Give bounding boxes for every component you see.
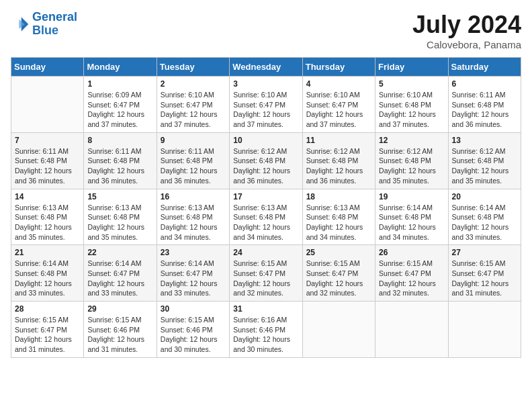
day-cell: 26Sunrise: 6:15 AMSunset: 6:47 PMDayligh…	[375, 245, 448, 302]
day-info: Sunrise: 6:13 AMSunset: 6:48 PMDaylight:…	[87, 203, 152, 242]
day-info: Sunrise: 6:09 AMSunset: 6:47 PMDaylight:…	[87, 90, 152, 130]
day-number: 9	[161, 136, 226, 145]
day-cell: 4Sunrise: 6:10 AMSunset: 6:47 PMDaylight…	[302, 77, 375, 133]
day-number: 28	[15, 304, 80, 314]
day-info: Sunrise: 6:12 AMSunset: 6:48 PMDaylight:…	[233, 146, 298, 186]
day-cell	[302, 302, 375, 358]
day-cell: 28Sunrise: 6:15 AMSunset: 6:47 PMDayligh…	[11, 302, 84, 358]
day-cell: 29Sunrise: 6:15 AMSunset: 6:46 PMDayligh…	[84, 302, 157, 358]
day-info: Sunrise: 6:14 AMSunset: 6:47 PMDaylight:…	[161, 259, 226, 298]
day-info: Sunrise: 6:15 AMSunset: 6:46 PMDaylight:…	[161, 315, 226, 355]
day-cell: 21Sunrise: 6:14 AMSunset: 6:48 PMDayligh…	[11, 245, 84, 302]
day-info: Sunrise: 6:15 AMSunset: 6:47 PMDaylight:…	[379, 259, 444, 298]
day-info: Sunrise: 6:11 AMSunset: 6:48 PMDaylight:…	[15, 146, 80, 186]
day-number: 3	[233, 79, 298, 89]
day-number: 14	[15, 192, 80, 201]
day-cell: 2Sunrise: 6:10 AMSunset: 6:47 PMDaylight…	[157, 77, 229, 133]
day-number: 26	[379, 248, 444, 257]
day-info: Sunrise: 6:11 AMSunset: 6:48 PMDaylight:…	[452, 90, 517, 130]
day-cell: 5Sunrise: 6:10 AMSunset: 6:48 PMDaylight…	[375, 77, 448, 133]
day-cell: 18Sunrise: 6:13 AMSunset: 6:48 PMDayligh…	[302, 189, 375, 245]
day-cell: 22Sunrise: 6:14 AMSunset: 6:47 PMDayligh…	[84, 245, 157, 302]
calendar-body: 1Sunrise: 6:09 AMSunset: 6:47 PMDaylight…	[11, 77, 521, 358]
day-cell: 14Sunrise: 6:13 AMSunset: 6:48 PMDayligh…	[11, 189, 84, 245]
day-info: Sunrise: 6:15 AMSunset: 6:47 PMDaylight:…	[233, 259, 298, 298]
day-number: 24	[233, 248, 298, 257]
day-number: 15	[87, 192, 152, 201]
day-number: 1	[87, 79, 152, 89]
day-number: 27	[452, 248, 517, 257]
day-cell: 1Sunrise: 6:09 AMSunset: 6:47 PMDaylight…	[84, 77, 157, 133]
day-cell: 25Sunrise: 6:15 AMSunset: 6:47 PMDayligh…	[302, 245, 375, 302]
day-info: Sunrise: 6:14 AMSunset: 6:48 PMDaylight:…	[379, 203, 444, 242]
day-number: 16	[161, 192, 226, 201]
logo-icon	[11, 15, 30, 34]
header-cell-wednesday: Wednesday	[230, 58, 302, 77]
day-number: 7	[15, 136, 80, 145]
day-cell: 6Sunrise: 6:11 AMSunset: 6:48 PMDaylight…	[448, 77, 521, 133]
day-number: 19	[379, 192, 444, 201]
day-number: 21	[15, 248, 80, 257]
day-cell: 3Sunrise: 6:10 AMSunset: 6:47 PMDaylight…	[230, 77, 302, 133]
calendar-header-row: SundayMondayTuesdayWednesdayThursdayFrid…	[11, 58, 521, 77]
day-cell: 8Sunrise: 6:11 AMSunset: 6:48 PMDaylight…	[84, 132, 157, 189]
month-title: July 2024	[412, 11, 521, 39]
day-info: Sunrise: 6:10 AMSunset: 6:48 PMDaylight:…	[379, 90, 444, 130]
header-cell-tuesday: Tuesday	[157, 58, 229, 77]
location-subtitle: Calovebora, Panama	[412, 39, 521, 50]
logo: General Blue	[11, 11, 77, 38]
day-info: Sunrise: 6:14 AMSunset: 6:47 PMDaylight:…	[87, 259, 152, 298]
day-info: Sunrise: 6:13 AMSunset: 6:48 PMDaylight:…	[15, 203, 80, 242]
day-info: Sunrise: 6:15 AMSunset: 6:47 PMDaylight:…	[452, 259, 517, 298]
day-number: 20	[452, 192, 517, 201]
day-info: Sunrise: 6:15 AMSunset: 6:47 PMDaylight:…	[15, 315, 80, 355]
day-info: Sunrise: 6:13 AMSunset: 6:48 PMDaylight:…	[306, 203, 371, 242]
logo-text: General Blue	[32, 11, 77, 38]
day-number: 25	[306, 248, 371, 257]
day-cell	[448, 302, 521, 358]
day-info: Sunrise: 6:12 AMSunset: 6:48 PMDaylight:…	[379, 146, 444, 186]
day-cell: 19Sunrise: 6:14 AMSunset: 6:48 PMDayligh…	[375, 189, 448, 245]
day-info: Sunrise: 6:15 AMSunset: 6:47 PMDaylight:…	[306, 259, 371, 298]
day-info: Sunrise: 6:12 AMSunset: 6:48 PMDaylight:…	[452, 146, 517, 186]
day-cell	[375, 302, 448, 358]
day-number: 22	[87, 248, 152, 257]
header-cell-monday: Monday	[84, 58, 157, 77]
day-info: Sunrise: 6:13 AMSunset: 6:48 PMDaylight:…	[161, 203, 226, 242]
week-row-4: 21Sunrise: 6:14 AMSunset: 6:48 PMDayligh…	[11, 245, 521, 302]
day-number: 23	[161, 248, 226, 257]
day-cell	[11, 77, 84, 133]
day-number: 29	[87, 304, 152, 314]
day-cell: 13Sunrise: 6:12 AMSunset: 6:48 PMDayligh…	[448, 132, 521, 189]
day-info: Sunrise: 6:14 AMSunset: 6:48 PMDaylight:…	[15, 259, 80, 298]
day-info: Sunrise: 6:10 AMSunset: 6:47 PMDaylight:…	[306, 90, 371, 130]
day-cell: 15Sunrise: 6:13 AMSunset: 6:48 PMDayligh…	[84, 189, 157, 245]
day-cell: 12Sunrise: 6:12 AMSunset: 6:48 PMDayligh…	[375, 132, 448, 189]
day-info: Sunrise: 6:13 AMSunset: 6:48 PMDaylight:…	[233, 203, 298, 242]
day-number: 6	[452, 79, 517, 89]
week-row-2: 7Sunrise: 6:11 AMSunset: 6:48 PMDaylight…	[11, 132, 521, 189]
day-cell: 30Sunrise: 6:15 AMSunset: 6:46 PMDayligh…	[157, 302, 229, 358]
day-number: 12	[379, 136, 444, 145]
day-number: 30	[161, 304, 226, 314]
header-cell-friday: Friday	[375, 58, 448, 77]
day-cell: 10Sunrise: 6:12 AMSunset: 6:48 PMDayligh…	[230, 132, 302, 189]
day-cell: 16Sunrise: 6:13 AMSunset: 6:48 PMDayligh…	[157, 189, 229, 245]
week-row-3: 14Sunrise: 6:13 AMSunset: 6:48 PMDayligh…	[11, 189, 521, 245]
day-cell: 23Sunrise: 6:14 AMSunset: 6:47 PMDayligh…	[157, 245, 229, 302]
header-cell-thursday: Thursday	[302, 58, 375, 77]
day-number: 2	[161, 79, 226, 89]
day-cell: 17Sunrise: 6:13 AMSunset: 6:48 PMDayligh…	[230, 189, 302, 245]
week-row-1: 1Sunrise: 6:09 AMSunset: 6:47 PMDaylight…	[11, 77, 521, 133]
day-cell: 27Sunrise: 6:15 AMSunset: 6:47 PMDayligh…	[448, 245, 521, 302]
day-number: 13	[452, 136, 517, 145]
day-number: 10	[233, 136, 298, 145]
day-number: 18	[306, 192, 371, 201]
day-number: 11	[306, 136, 371, 145]
day-number: 4	[306, 79, 371, 89]
day-cell: 24Sunrise: 6:15 AMSunset: 6:47 PMDayligh…	[230, 245, 302, 302]
day-cell: 31Sunrise: 6:16 AMSunset: 6:46 PMDayligh…	[230, 302, 302, 358]
day-cell: 11Sunrise: 6:12 AMSunset: 6:48 PMDayligh…	[302, 132, 375, 189]
title-area: July 2024 Calovebora, Panama	[412, 11, 521, 50]
day-info: Sunrise: 6:14 AMSunset: 6:48 PMDaylight:…	[452, 203, 517, 242]
